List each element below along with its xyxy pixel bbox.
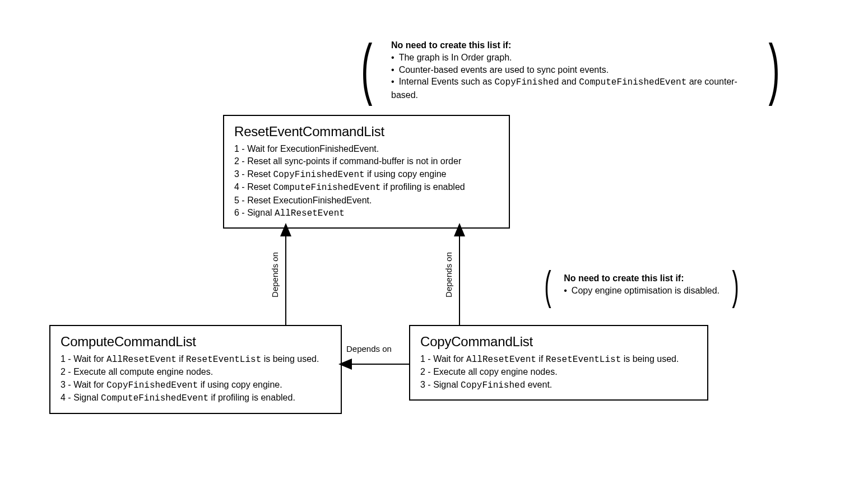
copy-command-list-box: CopyCommandList 1 - Wait for AllResetEve… bbox=[409, 325, 708, 401]
compute-step: 2 - Execute all compute engine nodes. bbox=[61, 366, 331, 378]
reset-step: 4 - Reset ComputeFinishedEvent if profil… bbox=[234, 181, 499, 194]
copy-annotation-item: Copy engine optimisation is disabled. bbox=[564, 285, 720, 297]
copy-step: 1 - Wait for AllResetEvent if ResetEvent… bbox=[420, 353, 697, 366]
edge-label-compute-reset: Depends on bbox=[270, 252, 280, 297]
paren-left-icon: ( bbox=[542, 269, 555, 309]
reset-annotation: ( No need to create this list if: The gr… bbox=[346, 40, 795, 108]
paren-right-icon: ) bbox=[763, 40, 784, 108]
compute-box-title: ComputeCommandList bbox=[61, 334, 331, 350]
reset-box-title: ResetEventCommandList bbox=[234, 124, 499, 139]
paren-right-icon: ) bbox=[728, 269, 742, 309]
compute-step: 4 - Signal ComputeFinishedEvent if profi… bbox=[61, 392, 331, 404]
reset-step: 3 - Reset CopyFinishedEvent if using cop… bbox=[234, 168, 499, 181]
paren-left-icon: ( bbox=[357, 40, 378, 108]
copy-step: 2 - Execute all copy engine nodes. bbox=[420, 366, 697, 378]
reset-annotation-item: The graph is In Order graph. bbox=[391, 52, 750, 64]
compute-command-list-box: ComputeCommandList 1 - Wait for AllReset… bbox=[49, 325, 342, 414]
copy-annotation-title: No need to create this list if: bbox=[564, 273, 720, 283]
reset-event-command-list-box: ResetEventCommandList 1 - Wait for Execu… bbox=[223, 115, 510, 229]
reset-step: 5 - Reset ExecutionFinishedEvent. bbox=[234, 194, 499, 207]
reset-step: 6 - Signal AllResetEvent bbox=[234, 207, 499, 220]
reset-step: 2 - Reset all sync-points if command-buf… bbox=[234, 155, 499, 168]
copy-box-title: CopyCommandList bbox=[420, 334, 697, 350]
copy-annotation: ( No need to create this list if: Copy e… bbox=[535, 269, 748, 309]
compute-step: 3 - Wait for CopyFinishedEvent if using … bbox=[61, 379, 331, 392]
reset-annotation-item: Counter-based events are used to sync po… bbox=[391, 64, 750, 76]
compute-step: 1 - Wait for AllResetEvent if ResetEvent… bbox=[61, 353, 331, 366]
reset-step: 1 - Wait for ExecutionFinishedEvent. bbox=[234, 143, 499, 155]
diagram-canvas: { "top_annot": { "title": "No need to cr… bbox=[0, 0, 868, 493]
reset-annotation-item: Internal Events such as CopyFinished and… bbox=[391, 76, 750, 101]
edge-label-copy-reset: Depends on bbox=[444, 252, 453, 297]
reset-annotation-title: No need to create this list if: bbox=[391, 40, 750, 50]
copy-step: 3 - Signal CopyFinished event. bbox=[420, 379, 697, 392]
edge-label-copy-compute: Depends on bbox=[346, 344, 392, 354]
